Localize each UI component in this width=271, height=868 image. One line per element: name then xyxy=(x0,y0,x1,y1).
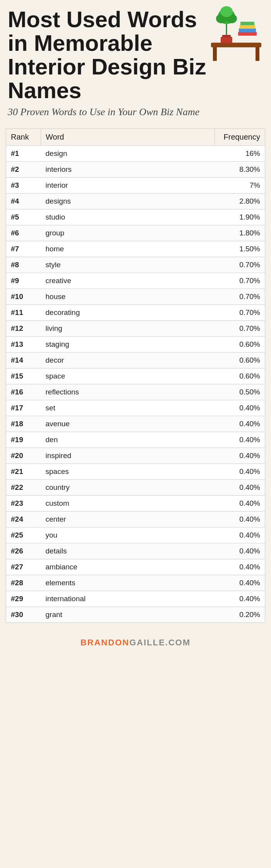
cell-word: international xyxy=(41,591,215,607)
table-row: #18avenue0.40% xyxy=(6,416,265,432)
table-row: #17set0.40% xyxy=(6,400,265,416)
svg-rect-0 xyxy=(211,43,261,47)
cell-frequency: 0.40% xyxy=(215,512,265,527)
cell-rank: #9 xyxy=(6,273,41,289)
cell-word: home xyxy=(41,241,215,257)
svg-rect-3 xyxy=(238,32,257,36)
cell-rank: #5 xyxy=(6,209,41,225)
cell-rank: #19 xyxy=(6,432,41,448)
svg-rect-5 xyxy=(240,25,255,29)
cell-word: house xyxy=(41,289,215,305)
table-row: #3interior7% xyxy=(6,178,265,194)
cell-frequency: 0.40% xyxy=(215,543,265,559)
cell-frequency: 0.40% xyxy=(215,480,265,496)
cell-frequency: 0.50% xyxy=(215,384,265,400)
cell-word: reflections xyxy=(41,384,215,400)
footer-com: .COM xyxy=(165,638,190,647)
cell-word: you xyxy=(41,527,215,543)
cell-word: design xyxy=(41,146,215,162)
cell-rank: #6 xyxy=(6,225,41,241)
table-row: #30grant0.20% xyxy=(6,607,265,623)
svg-rect-8 xyxy=(222,35,231,37)
cell-word: studio xyxy=(41,209,215,225)
cell-frequency: 1.80% xyxy=(215,225,265,241)
cell-frequency: 0.60% xyxy=(215,353,265,368)
cell-rank: #7 xyxy=(6,241,41,257)
table-row: #25you0.40% xyxy=(6,527,265,543)
cell-rank: #17 xyxy=(6,400,41,416)
cell-frequency: 0.70% xyxy=(215,305,265,321)
cell-word: space xyxy=(41,368,215,384)
cell-rank: #11 xyxy=(6,305,41,321)
table-row: #2interiors8.30% xyxy=(6,162,265,178)
cell-frequency: 1.90% xyxy=(215,209,265,225)
cell-rank: #12 xyxy=(6,321,41,337)
table-row: #19den0.40% xyxy=(6,432,265,448)
cell-rank: #16 xyxy=(6,384,41,400)
page-container: Most Used Words in Memorable Interior De… xyxy=(0,0,271,657)
cell-frequency: 0.40% xyxy=(215,559,265,575)
table-row: #15space0.60% xyxy=(6,368,265,384)
cell-rank: #4 xyxy=(6,194,41,209)
cell-rank: #3 xyxy=(6,178,41,194)
cell-rank: #29 xyxy=(6,591,41,607)
cell-rank: #30 xyxy=(6,607,41,623)
cell-rank: #22 xyxy=(6,480,41,496)
cell-frequency: 0.40% xyxy=(215,416,265,432)
cell-word: interior xyxy=(41,178,215,194)
cell-rank: #23 xyxy=(6,496,41,512)
cell-rank: #10 xyxy=(6,289,41,305)
cell-frequency: 7% xyxy=(215,178,265,194)
table-row: #5studio1.90% xyxy=(6,209,265,225)
header-section: Most Used Words in Memorable Interior De… xyxy=(0,0,271,128)
col-word: Word xyxy=(41,129,215,146)
table-row: #27ambiance0.40% xyxy=(6,559,265,575)
table-row: #13staging0.60% xyxy=(6,337,265,353)
cell-word: decorating xyxy=(41,305,215,321)
cell-rank: #25 xyxy=(6,527,41,543)
cell-rank: #24 xyxy=(6,512,41,527)
cell-rank: #18 xyxy=(6,416,41,432)
cell-frequency: 0.20% xyxy=(215,607,265,623)
cell-frequency: 0.60% xyxy=(215,337,265,353)
cell-word: designs xyxy=(41,194,215,209)
svg-rect-6 xyxy=(240,22,254,25)
svg-rect-2 xyxy=(256,47,259,61)
cell-rank: #21 xyxy=(6,464,41,480)
table-header-row: Rank Word Frequency xyxy=(6,129,265,146)
table-row: #9creative0.70% xyxy=(6,273,265,289)
cell-rank: #8 xyxy=(6,257,41,273)
cell-word: creative xyxy=(41,273,215,289)
subtitle: 30 Proven Words to Use in Your Own Biz N… xyxy=(8,105,209,119)
table-row: #11decorating0.70% xyxy=(6,305,265,321)
svg-rect-4 xyxy=(239,28,256,32)
cell-frequency: 0.70% xyxy=(215,289,265,305)
footer-brand: BRANDON xyxy=(81,638,129,647)
svg-point-13 xyxy=(220,6,233,17)
cell-word: style xyxy=(41,257,215,273)
cell-frequency: 2.80% xyxy=(215,194,265,209)
table-row: #14decor0.60% xyxy=(6,353,265,368)
table-row: #16reflections0.50% xyxy=(6,384,265,400)
svg-rect-1 xyxy=(213,47,217,61)
cell-frequency: 0.40% xyxy=(215,400,265,416)
cell-frequency: 0.40% xyxy=(215,527,265,543)
cell-frequency: 0.70% xyxy=(215,321,265,337)
cell-frequency: 0.70% xyxy=(215,273,265,289)
col-frequency: Frequency xyxy=(215,129,265,146)
cell-word: elements xyxy=(41,575,215,591)
cell-rank: #14 xyxy=(6,353,41,368)
cell-frequency: 0.40% xyxy=(215,432,265,448)
svg-rect-7 xyxy=(221,37,232,43)
desk-svg-icon xyxy=(205,4,267,66)
cell-word: avenue xyxy=(41,416,215,432)
cell-rank: #26 xyxy=(6,543,41,559)
footer: BRANDONGAILLE.COM xyxy=(0,631,271,657)
col-rank: Rank xyxy=(6,129,41,146)
cell-word: living xyxy=(41,321,215,337)
cell-rank: #1 xyxy=(6,146,41,162)
cell-frequency: 8.30% xyxy=(215,162,265,178)
cell-frequency: 0.70% xyxy=(215,257,265,273)
cell-frequency: 16% xyxy=(215,146,265,162)
cell-rank: #13 xyxy=(6,337,41,353)
